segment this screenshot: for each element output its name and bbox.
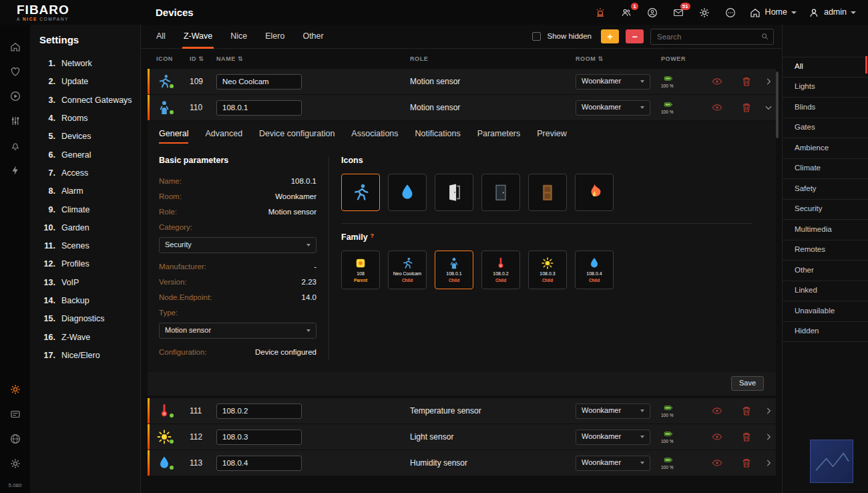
- family-tile-108-0-1[interactable]: 108.0.1Child: [435, 251, 473, 289]
- apps-gear-icon[interactable]: [0, 451, 30, 476]
- mail-icon[interactable]: 51: [671, 5, 686, 20]
- table-row-111[interactable]: 111 Temperature sensor Woonkamer 100 %: [148, 398, 776, 424]
- sidebar-item-scenes[interactable]: 11.Scenes: [39, 237, 140, 255]
- detail-tab-advanced[interactable]: Advanced: [205, 121, 242, 146]
- table-row-109[interactable]: 109 Motion sensor Woonkamer 100 %: [148, 69, 776, 94]
- sidebar-item-rooms[interactable]: 4.Rooms: [39, 110, 140, 128]
- detail-tab-parameters[interactable]: Parameters: [477, 121, 521, 146]
- user-menu[interactable]: admin: [808, 7, 856, 19]
- delete-trash-icon[interactable]: [732, 102, 761, 114]
- filter-safety[interactable]: Safety: [783, 179, 868, 200]
- device-name-input[interactable]: [216, 403, 302, 419]
- search-input[interactable]: [650, 29, 774, 45]
- filter-all[interactable]: All: [783, 57, 868, 77]
- remove-device-button[interactable]: −: [626, 29, 644, 43]
- filter-unavailable[interactable]: Unavailable: [783, 301, 868, 322]
- visibility-eye-icon[interactable]: [702, 431, 732, 443]
- save-button[interactable]: Save: [731, 376, 764, 391]
- category-select[interactable]: Security: [159, 237, 316, 253]
- room-select[interactable]: Woonkamer: [576, 74, 650, 90]
- filter-multimedia[interactable]: Multimedia: [783, 220, 868, 240]
- sidebar-item-diagnostics[interactable]: 15.Diagnostics: [39, 310, 140, 328]
- visibility-eye-icon[interactable]: [702, 405, 732, 417]
- icon-tile-water-drop[interactable]: [388, 174, 427, 211]
- expand-chevron-icon[interactable]: [761, 77, 776, 86]
- delete-trash-icon[interactable]: [732, 457, 761, 469]
- device-name-input[interactable]: [216, 100, 302, 116]
- delete-trash-icon[interactable]: [732, 431, 761, 443]
- filter-blinds[interactable]: Blinds: [783, 98, 868, 118]
- tab-other[interactable]: Other: [302, 25, 323, 48]
- sidebar-item-alarm[interactable]: 8.Alarm: [39, 182, 140, 200]
- device-name-input[interactable]: [216, 430, 302, 445]
- family-tile-108-0-3[interactable]: 108.0.3Child: [528, 251, 567, 289]
- detail-tab-associations[interactable]: Associations: [351, 121, 398, 146]
- show-hidden-checkbox[interactable]: [532, 32, 541, 41]
- filter-hidden[interactable]: Hidden: [783, 322, 868, 343]
- type-select[interactable]: Motion sensor: [159, 323, 316, 339]
- network-globe-icon[interactable]: [0, 426, 30, 451]
- expand-chevron-icon[interactable]: [761, 406, 776, 416]
- filter-security[interactable]: Security: [783, 200, 868, 220]
- room-select[interactable]: Woonkamer: [576, 100, 650, 116]
- col-name[interactable]: NAME⇅: [216, 55, 410, 63]
- filter-lights[interactable]: Lights: [783, 77, 868, 98]
- sidebar-item-devices[interactable]: 5.Devices: [39, 128, 140, 146]
- detail-tab-general[interactable]: General: [159, 121, 188, 146]
- family-tile-108-0-4[interactable]: 108.0.4Child: [575, 251, 614, 289]
- home-selector[interactable]: Home: [749, 7, 797, 19]
- tab-all[interactable]: All: [156, 25, 166, 48]
- sidebar-item-update[interactable]: 2.Update: [39, 73, 140, 91]
- users-icon[interactable]: 1: [619, 5, 634, 20]
- scrollbar-thumb[interactable]: [776, 71, 779, 138]
- filter-climate[interactable]: Climate: [783, 159, 868, 180]
- filter-remotes[interactable]: Remotes: [783, 240, 868, 261]
- room-select[interactable]: Woonkamer: [576, 403, 650, 419]
- expand-chevron-icon[interactable]: [761, 432, 776, 442]
- visibility-eye-icon[interactable]: [702, 75, 732, 88]
- minimized-chart-widget[interactable]: [810, 440, 853, 483]
- sidebar-item-nice-elero[interactable]: 17.Nice/Elero: [39, 347, 140, 365]
- icon-tile-running-man[interactable]: [341, 174, 380, 211]
- tab-elero[interactable]: Elero: [265, 25, 284, 48]
- visibility-eye-icon[interactable]: [702, 457, 732, 469]
- sidebar-item-backup[interactable]: 14.Backup: [39, 292, 140, 310]
- sidebar-item-climate[interactable]: 9.Climate: [39, 200, 140, 218]
- table-row-112[interactable]: 112 Light sensor Woonkamer 100 %: [148, 424, 776, 450]
- filter-gates[interactable]: Gates: [783, 118, 868, 139]
- icon-tile-door-open[interactable]: [435, 174, 473, 211]
- col-room[interactable]: ROOM⇅: [576, 55, 661, 63]
- more-options-icon[interactable]: [723, 5, 738, 20]
- tab-nice[interactable]: Nice: [230, 25, 247, 48]
- add-device-button[interactable]: +: [601, 29, 619, 43]
- icon-tile-door-closed[interactable]: [528, 174, 567, 211]
- family-tile-108-0-2[interactable]: 108.0.2Child: [481, 251, 520, 289]
- table-row-113[interactable]: 113 Humidity sensor Woonkamer 100 %: [148, 450, 776, 476]
- table-row-110[interactable]: 110 Motion sensor Woonkamer 100 %: [148, 95, 776, 120]
- gear-icon[interactable]: [697, 5, 712, 20]
- filter-ambience[interactable]: Ambience: [783, 138, 868, 159]
- console-icon[interactable]: [0, 401, 30, 426]
- settings-gear-icon[interactable]: [0, 377, 30, 401]
- sidebar-item-network[interactable]: 1.Network: [39, 55, 140, 73]
- room-select[interactable]: Woonkamer: [576, 456, 650, 471]
- sidebar-item-voip[interactable]: 13.VoIP: [39, 274, 140, 292]
- detail-tab-preview[interactable]: Preview: [537, 121, 566, 146]
- visibility-eye-icon[interactable]: [702, 102, 732, 114]
- energy-bolt-icon[interactable]: [0, 158, 30, 182]
- expand-chevron-icon[interactable]: [761, 458, 776, 468]
- alarm-siren-icon[interactable]: [593, 5, 608, 20]
- sidebar-item-general[interactable]: 6.General: [39, 146, 140, 164]
- icon-tile-fire[interactable]: [575, 174, 614, 211]
- col-id[interactable]: ID⇅: [190, 55, 216, 63]
- fibaro-logo[interactable]: FIBARO a nice company: [0, 3, 140, 22]
- home-icon[interactable]: [0, 34, 30, 59]
- family-tile-neo-coolcam[interactable]: Neo CoolcamChild: [388, 251, 427, 289]
- icon-tile-door-dark[interactable]: [481, 174, 520, 211]
- device-name-input[interactable]: [216, 456, 302, 471]
- detail-tab-device-configuration[interactable]: Device configuration: [259, 121, 335, 146]
- devices-sliders-icon[interactable]: [0, 108, 30, 133]
- scenes-play-icon[interactable]: [0, 84, 30, 108]
- favorites-heart-icon[interactable]: [0, 59, 30, 84]
- voice-assistant-icon[interactable]: [645, 5, 660, 20]
